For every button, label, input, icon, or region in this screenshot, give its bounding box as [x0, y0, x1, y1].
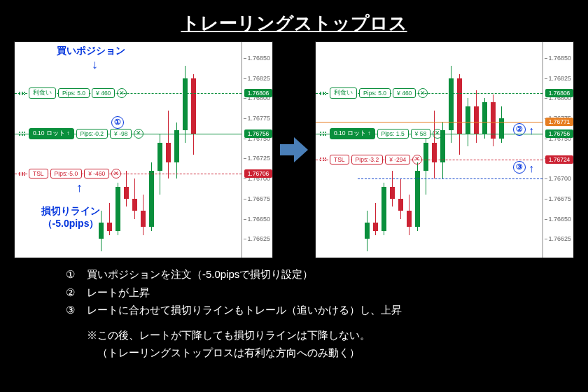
- close-icon[interactable]: ✕: [412, 155, 422, 164]
- line-chips[interactable]: 0.10 ロット ↑Pips: 1.5¥ 58✕: [318, 128, 442, 139]
- line-amount: ¥ 58: [411, 129, 431, 139]
- page-title: トレーリングストップロス: [0, 0, 588, 41]
- line-pips: Pips:-0.2: [76, 129, 108, 139]
- line-pips: Pips:-5.0: [50, 169, 83, 178]
- chart-right: 1.766251.766501.766751.767001.767251.767…: [315, 41, 574, 258]
- line-label: 利食い: [29, 88, 56, 99]
- y-axis: 1.766251.766501.766751.767001.767251.767…: [241, 42, 272, 258]
- up-arrow-icon: ↑: [528, 125, 534, 137]
- explain-row: ②レートが上昇: [63, 284, 525, 302]
- y-tick: 1.76625: [247, 235, 270, 242]
- price-badge: 1.76771: [545, 118, 573, 126]
- line-chips[interactable]: 利食いPips: 5.0¥ 460✕: [318, 88, 428, 99]
- line-pips: Pips:-3.2: [351, 155, 384, 164]
- y-axis: 1.766251.766501.766751.767001.767251.767…: [542, 42, 573, 258]
- y-tick: 1.76850: [247, 55, 270, 62]
- y-tick: 1.76675: [548, 195, 571, 202]
- y-tick: 1.76650: [548, 216, 571, 223]
- y-tick: 1.76775: [247, 115, 270, 122]
- y-tick: 1.76675: [247, 195, 270, 202]
- price-line: [316, 122, 542, 122]
- up-arrow-icon: ↑: [528, 162, 534, 175]
- chart-left: 1.766251.766501.766751.767001.767251.767…: [14, 41, 273, 258]
- line-amount: ¥ -460: [84, 169, 109, 178]
- down-arrow-icon: ↓: [92, 57, 98, 72]
- annot-stoploss-line: 損切りライン（-5.0pips）: [41, 204, 100, 230]
- y-tick: 1.76650: [247, 216, 270, 223]
- explain-note: ※この後、レートが下降しても損切りラインは下降しない。 （トレーリングストップロ…: [63, 326, 525, 362]
- close-icon[interactable]: ✕: [117, 88, 127, 98]
- line-amount: ¥ 460: [92, 88, 115, 98]
- price-badge: 1.76756: [244, 130, 272, 138]
- close-icon[interactable]: ✕: [433, 129, 442, 139]
- line-chips[interactable]: TSLPips:-5.0¥ -460✕: [18, 169, 121, 178]
- line-chips[interactable]: 0.10 ロット ↑Pips:-0.2¥ -98✕: [18, 128, 144, 139]
- price-badge: 1.76806: [244, 89, 272, 97]
- close-icon[interactable]: ✕: [134, 129, 144, 139]
- close-icon[interactable]: ✕: [111, 169, 121, 178]
- explain-row: ③レートに合わせて損切りラインもトレール（追いかける）し、上昇: [63, 301, 525, 319]
- price-badge: 1.76756: [545, 130, 573, 138]
- annot-buy-position: 買いポジション: [57, 45, 125, 57]
- price-badge: 1.76706: [244, 169, 272, 178]
- line-label: 0.10 ロット ↑: [330, 128, 375, 139]
- line-chips[interactable]: TSLPips:-3.2¥ -294✕: [318, 155, 422, 164]
- line-chips[interactable]: 利食いPips: 5.0¥ 460✕: [18, 88, 127, 99]
- y-tick: 1.76850: [548, 55, 571, 62]
- price-badge: 1.76724: [545, 155, 573, 164]
- y-tick: 1.76725: [247, 155, 270, 162]
- y-tick: 1.76825: [247, 75, 270, 82]
- line-pips: Pips: 5.0: [58, 88, 90, 98]
- line-pips: Pips: 1.5: [377, 129, 409, 139]
- explain-row: ①買いポジションを注文（-5.0pipsで損切り設定）: [63, 265, 525, 284]
- y-tick: 1.76700: [548, 175, 571, 182]
- line-label: 0.10 ロット ↑: [29, 128, 74, 139]
- price-badge: 1.76806: [545, 89, 573, 97]
- close-icon[interactable]: ✕: [418, 88, 428, 98]
- big-arrow-icon: [279, 134, 309, 165]
- marker-1: ①: [111, 115, 124, 129]
- charts-row: 1.766251.766501.766751.767001.767251.767…: [0, 41, 588, 258]
- marker-3: ③: [513, 160, 526, 174]
- line-amount: ¥ 460: [393, 88, 416, 98]
- explanation: ①買いポジションを注文（-5.0pipsで損切り設定） ②レートが上昇 ③レート…: [0, 258, 588, 362]
- line-pips: Pips: 5.0: [359, 88, 391, 98]
- price-line: [358, 178, 542, 179]
- line-amount: ¥ -294: [385, 155, 410, 164]
- line-label: TSL: [29, 169, 48, 178]
- line-label: TSL: [330, 155, 349, 164]
- y-tick: 1.76825: [548, 75, 571, 82]
- line-amount: ¥ -98: [110, 129, 132, 139]
- candles-area: [316, 42, 542, 258]
- up-arrow-icon: ↑: [76, 181, 83, 195]
- y-tick: 1.76625: [548, 235, 571, 242]
- line-label: 利食い: [330, 88, 357, 99]
